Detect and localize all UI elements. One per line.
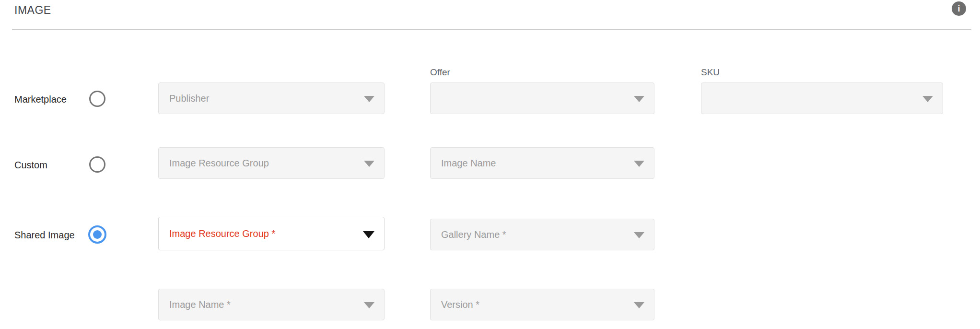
chevron-down-icon bbox=[634, 232, 644, 238]
radio-label-custom: Custom bbox=[14, 160, 47, 171]
chevron-down-icon bbox=[922, 96, 933, 102]
chevron-down-icon bbox=[634, 96, 644, 102]
radio-label-shared-image: Shared Image bbox=[14, 230, 75, 241]
chevron-down-icon bbox=[634, 302, 644, 308]
sku-dropdown[interactable] bbox=[701, 82, 943, 114]
radio-marketplace[interactable] bbox=[89, 91, 105, 107]
radio-label-marketplace: Marketplace bbox=[14, 94, 67, 105]
page-title: IMAGE bbox=[14, 4, 51, 17]
chevron-down-icon bbox=[364, 302, 374, 308]
sku-label: SKU bbox=[701, 67, 720, 78]
shared-version-placeholder: Version * bbox=[441, 299, 479, 310]
custom-image-name-placeholder: Image Name bbox=[441, 158, 496, 169]
radio-custom[interactable] bbox=[89, 156, 105, 173]
info-icon[interactable]: i bbox=[952, 1, 966, 16]
shared-gallery-name-dropdown[interactable]: Gallery Name * bbox=[430, 219, 654, 250]
shared-version-dropdown[interactable]: Version * bbox=[430, 289, 654, 320]
radio-shared-image[interactable] bbox=[88, 225, 106, 244]
publisher-placeholder: Publisher bbox=[169, 93, 209, 104]
shared-image-name-dropdown[interactable]: Image Name * bbox=[158, 289, 385, 320]
shared-image-name-placeholder: Image Name * bbox=[169, 299, 231, 310]
radio-selected-dot bbox=[93, 230, 102, 239]
custom-image-resource-group-placeholder: Image Resource Group bbox=[169, 158, 269, 169]
chevron-down-icon bbox=[634, 161, 644, 167]
shared-image-resource-group-dropdown[interactable]: Image Resource Group * bbox=[158, 217, 385, 250]
section-divider bbox=[12, 29, 971, 30]
offer-dropdown[interactable] bbox=[430, 82, 654, 114]
publisher-dropdown[interactable]: Publisher bbox=[158, 82, 385, 114]
offer-label: Offer bbox=[430, 67, 450, 78]
custom-image-name-dropdown[interactable]: Image Name bbox=[430, 147, 654, 179]
shared-gallery-name-placeholder: Gallery Name * bbox=[441, 229, 506, 240]
shared-image-resource-group-placeholder: Image Resource Group * bbox=[169, 228, 275, 239]
chevron-down-icon bbox=[364, 96, 374, 102]
chevron-down-icon bbox=[363, 231, 374, 238]
custom-image-resource-group-dropdown[interactable]: Image Resource Group bbox=[158, 147, 385, 179]
chevron-down-icon bbox=[364, 161, 374, 167]
